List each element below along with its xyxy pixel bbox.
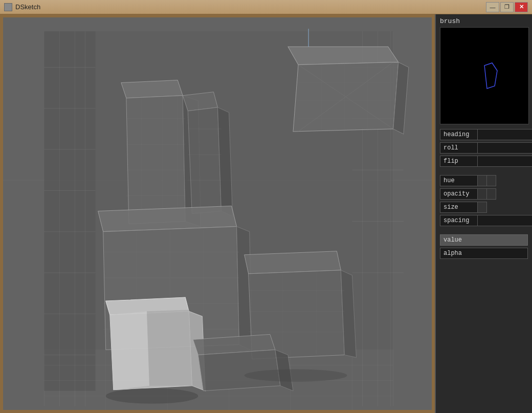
canvas-area[interactable] xyxy=(0,14,435,413)
svg-point-89 xyxy=(245,369,347,382)
controls-section: heading roll flip hue opaci xyxy=(436,126,532,262)
hue-row: hue xyxy=(440,175,528,187)
spacing-row: spacing xyxy=(440,214,528,227)
brush-preview xyxy=(440,27,529,124)
spacer2 xyxy=(440,228,528,233)
svg-marker-46 xyxy=(126,96,185,224)
svg-marker-90 xyxy=(484,63,497,89)
value-row: value xyxy=(440,234,528,246)
main-layout: brush heading roll xyxy=(0,14,532,413)
minimize-button[interactable]: — xyxy=(486,2,499,12)
roll-row: roll xyxy=(440,142,528,154)
spacing-label: spacing xyxy=(440,215,478,226)
value-label[interactable]: value xyxy=(440,234,528,246)
alpha-label[interactable]: alpha xyxy=(440,248,528,259)
opacity-row: opacity xyxy=(440,188,528,200)
brush-label: brush xyxy=(440,17,528,25)
title-bar: DSketch — ❐ ✕ xyxy=(0,0,532,14)
svg-marker-76 xyxy=(245,251,341,274)
title-bar-controls: — ❐ ✕ xyxy=(486,2,528,12)
opacity-box2[interactable] xyxy=(487,188,496,200)
title-bar-left: DSketch xyxy=(4,3,40,11)
right-panel: brush heading roll xyxy=(435,14,532,413)
alpha-row: alpha xyxy=(440,247,528,259)
roll-label: roll xyxy=(440,142,478,154)
hue-label: hue xyxy=(440,175,478,186)
opacity-label: opacity xyxy=(440,188,478,200)
size-label: size xyxy=(440,202,478,213)
heading-input[interactable] xyxy=(478,129,532,140)
app-icon xyxy=(4,3,12,11)
spacer1 xyxy=(440,168,528,173)
close-button[interactable]: ✕ xyxy=(515,2,528,12)
heading-label: heading xyxy=(440,129,478,140)
svg-marker-74 xyxy=(110,311,149,390)
roll-input[interactable] xyxy=(478,142,532,154)
restore-button[interactable]: ❐ xyxy=(500,2,514,12)
hue-box1[interactable] xyxy=(478,175,487,186)
sketch-scene xyxy=(3,17,432,410)
svg-rect-6 xyxy=(44,31,95,391)
opacity-box1[interactable] xyxy=(478,188,487,200)
window-title: DSketch xyxy=(15,3,40,11)
flip-label: flip xyxy=(440,156,478,167)
brush-shape-svg xyxy=(464,55,505,96)
heading-row: heading xyxy=(440,128,528,141)
flip-row: flip xyxy=(440,155,528,167)
hue-box2[interactable] xyxy=(487,175,496,186)
size-box1[interactable] xyxy=(478,202,487,213)
spacing-input[interactable] xyxy=(478,215,532,226)
svg-marker-34 xyxy=(288,47,398,64)
svg-point-88 xyxy=(106,388,198,404)
svg-marker-75 xyxy=(147,310,192,386)
size-row: size xyxy=(440,201,528,213)
brush-section: brush xyxy=(436,14,532,126)
flip-input[interactable] xyxy=(478,156,532,167)
svg-marker-45 xyxy=(121,80,183,98)
svg-marker-56 xyxy=(188,107,221,214)
